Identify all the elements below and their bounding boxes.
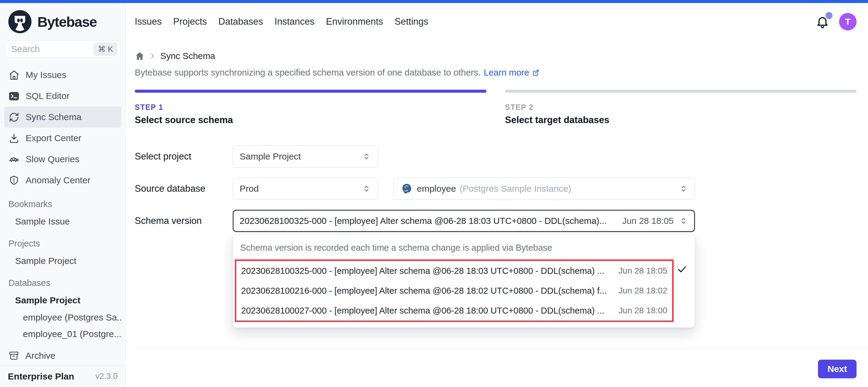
top-nav-right: T [815,13,857,30]
page-description: Bytebase supports synchronizing a specif… [135,67,857,78]
sidebar: Bytebase Search ⌘ K My Issues SQL Editor… [0,3,126,387]
sidebar-db-item-employee-01[interactable]: employee_01 (Postgre... [4,326,121,342]
step-1-title: Select source schema [135,115,487,126]
schema-version-option-1[interactable]: 20230628100325-000 - [employee] Alter sc… [236,261,672,281]
schema-version-select[interactable]: 20230628100325-000 - [employee] Alter sc… [233,210,695,232]
option-time: Jun 28 18:00 [613,306,667,315]
schema-version-time: Jun 28 18:05 [615,216,674,226]
top-accent-bar [0,0,868,3]
bytebase-logo-icon [7,9,33,34]
schema-version-row: Schema version 20230628100325-000 - [emp… [135,210,857,232]
shield-alert-icon [8,175,20,186]
home-icon [8,70,20,81]
footer-actions: Next [135,349,857,378]
step-2-label: STEP 2 [505,103,857,112]
schema-version-value: 20230628100325-000 - [employee] Alter sc… [240,216,607,226]
database-select[interactable]: employee (Postgres Sample Instance) [394,178,695,200]
sidebar-item-label: Export Center [26,133,82,143]
sidebar-section-databases: Databases [4,270,121,292]
nav-item-databases[interactable]: Databases [218,16,263,27]
unfold-icon [362,184,371,193]
brand-logo[interactable]: Bytebase [0,3,125,38]
select-project-label: Select project [135,151,233,162]
environment-select-value: Prod [240,183,258,194]
schema-version-option-3[interactable]: 20230628100027-000 - [employee] Alter sc… [236,301,672,320]
option-text: 20230628100325-000 - [employee] Alter sc… [241,266,604,276]
unfold-icon [679,216,688,225]
sidebar-nav: My Issues SQL Editor Sync Schema Export … [0,64,125,346]
search-shortcut-badge: ⌘ K [93,43,117,56]
schema-version-option-2[interactable]: 20230628100216-000 - [employee] Alter sc… [236,281,672,301]
version-label: v2.3.0 [95,372,118,381]
nav-item-projects[interactable]: Projects [173,16,207,27]
chevron-right-icon [149,52,156,60]
search-placeholder: Search [11,44,93,54]
notifications-button[interactable] [815,14,830,29]
sidebar-section-bookmarks: Bookmarks [4,191,121,213]
nav-item-environments[interactable]: Environments [326,16,383,27]
sidebar-item-label: Slow Queries [26,154,79,164]
sidebar-db-group-sample-project[interactable]: Sample Project [4,292,121,309]
step-1: STEP 1 Select source schema [135,90,487,126]
sidebar-footer: Enterprise Plan v2.3.0 [0,365,125,387]
project-select[interactable]: Sample Project [233,145,378,168]
next-button[interactable]: Next [818,360,857,378]
notification-dot [826,12,832,19]
option-time: Jun 28 18:02 [613,286,667,295]
archive-icon [8,350,19,361]
sidebar-item-sample-issue[interactable]: Sample Issue [4,213,121,230]
environment-select[interactable]: Prod [233,178,378,200]
option-text: 20230628100027-000 - [employee] Alter sc… [241,306,604,316]
search-input[interactable]: Search ⌘ K [5,40,121,58]
external-link-icon [532,69,540,77]
top-nav: Issues Projects Databases Instances Envi… [126,3,868,40]
source-database-row: Source database Prod [135,178,857,200]
select-project-row: Select project Sample Project [135,145,857,168]
sidebar-db-item-employee-02[interactable]: employee_02 (Postgre... [4,342,121,346]
breadcrumb-home-icon[interactable] [135,51,145,61]
sidebar-item-sample-project[interactable]: Sample Project [4,252,121,270]
terminal-icon [8,91,20,102]
sidebar-item-anomaly-center[interactable]: Anomaly Center [4,170,121,191]
step-2-bar [505,90,857,93]
database-select-instance: (Postgres Sample Instance) [460,183,571,194]
unfold-icon [362,152,371,161]
unfold-icon [679,184,688,193]
download-icon [8,133,20,144]
main-area: Issues Projects Databases Instances Envi… [126,3,868,387]
step-1-bar [135,90,487,93]
avatar[interactable]: T [839,13,857,30]
turtle-icon [8,154,20,165]
top-nav-links: Issues Projects Databases Instances Envi… [135,16,428,27]
postgres-icon [401,183,412,195]
app-window: Bytebase Search ⌘ K My Issues SQL Editor… [0,3,868,387]
schema-version-dropdown: Schema version is recorded each time a s… [233,234,695,328]
sidebar-item-sql-editor[interactable]: SQL Editor [4,85,121,107]
page-title: Sync Schema [160,51,215,61]
sidebar-item-archive[interactable]: Archive [0,346,125,365]
sidebar-item-slow-queries[interactable]: Slow Queries [4,149,121,170]
sidebar-item-export-center[interactable]: Export Center [4,128,121,149]
step-1-label: STEP 1 [135,103,487,112]
check-icon [677,264,687,275]
description-text: Bytebase supports synchronizing a specif… [135,67,481,78]
learn-more-link[interactable]: Learn more [484,67,540,78]
page-content: Sync Schema Bytebase supports synchroniz… [126,40,868,387]
sidebar-item-label: Sync Schema [26,112,82,122]
brand-wordmark: Bytebase [37,13,97,30]
nav-item-issues[interactable]: Issues [135,16,162,27]
step-2-title: Select target databases [505,115,857,126]
sidebar-item-sync-schema[interactable]: Sync Schema [4,107,121,128]
database-select-name: employee [417,183,456,194]
schema-version-label: Schema version [135,215,233,226]
sidebar-item-label: Anomaly Center [26,175,90,185]
annotation-red-box: 20230628100325-000 - [employee] Alter sc… [235,259,674,322]
nav-item-instances[interactable]: Instances [275,16,315,27]
sync-icon [8,112,20,123]
sidebar-db-item-employee[interactable]: employee (Postgres Sa... [4,309,121,326]
sidebar-item-label: My Issues [26,70,66,80]
step-progress: STEP 1 Select source schema STEP 2 Selec… [135,90,857,126]
sidebar-item-my-issues[interactable]: My Issues [4,64,121,85]
option-time: Jun 28 18:05 [613,266,667,276]
nav-item-settings[interactable]: Settings [395,16,428,27]
